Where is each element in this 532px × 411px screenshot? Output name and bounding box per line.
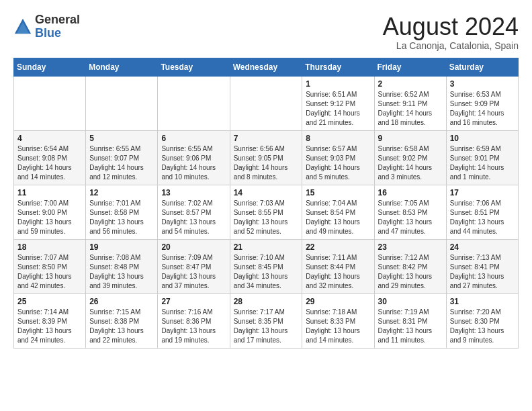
day-number: 5 xyxy=(89,134,154,143)
logo-icon xyxy=(13,17,32,36)
day-info: Sunrise: 7:17 AM Sunset: 8:35 PM Dayligh… xyxy=(234,308,299,345)
day-of-week-sunday: Sunday xyxy=(14,58,86,76)
calendar-cell: 11Sunrise: 7:00 AM Sunset: 9:00 PM Dayli… xyxy=(14,185,86,239)
location-subtitle: La Canonja, Catalonia, Spain xyxy=(383,40,519,51)
day-info: Sunrise: 6:51 AM Sunset: 9:12 PM Dayligh… xyxy=(306,90,370,128)
day-number: 10 xyxy=(450,134,515,143)
day-number: 6 xyxy=(161,134,226,143)
day-of-week-thursday: Thursday xyxy=(302,58,374,76)
day-number: 13 xyxy=(161,188,226,197)
day-number: 23 xyxy=(378,242,443,252)
day-number: 2 xyxy=(378,79,443,89)
day-info: Sunrise: 6:53 AM Sunset: 9:09 PM Dayligh… xyxy=(450,90,515,128)
day-number: 12 xyxy=(89,188,154,197)
day-number: 7 xyxy=(234,134,299,143)
day-info: Sunrise: 7:14 AM Sunset: 8:39 PM Dayligh… xyxy=(17,308,82,345)
calendar-cell: 3Sunrise: 6:53 AM Sunset: 9:09 PM Daylig… xyxy=(446,76,518,130)
calendar-week-1: 1Sunrise: 6:51 AM Sunset: 9:12 PM Daylig… xyxy=(14,76,519,130)
calendar-cell: 19Sunrise: 7:08 AM Sunset: 8:48 PM Dayli… xyxy=(86,239,158,293)
day-info: Sunrise: 7:12 AM Sunset: 8:42 PM Dayligh… xyxy=(378,253,443,291)
day-number: 19 xyxy=(89,242,154,252)
day-info: Sunrise: 7:09 AM Sunset: 8:47 PM Dayligh… xyxy=(161,253,226,291)
day-info: Sunrise: 7:04 AM Sunset: 8:54 PM Dayligh… xyxy=(306,199,370,236)
day-number: 20 xyxy=(161,242,226,252)
day-info: Sunrise: 6:52 AM Sunset: 9:11 PM Dayligh… xyxy=(378,90,443,128)
day-info: Sunrise: 6:55 AM Sunset: 9:06 PM Dayligh… xyxy=(161,144,226,182)
calendar-cell: 8Sunrise: 6:57 AM Sunset: 9:03 PM Daylig… xyxy=(302,130,374,185)
day-number: 15 xyxy=(306,188,370,197)
day-info: Sunrise: 7:06 AM Sunset: 8:51 PM Dayligh… xyxy=(450,199,515,236)
day-info: Sunrise: 6:54 AM Sunset: 9:08 PM Dayligh… xyxy=(17,144,82,182)
calendar-cell xyxy=(14,76,86,130)
day-info: Sunrise: 7:20 AM Sunset: 8:30 PM Dayligh… xyxy=(450,308,515,345)
calendar-cell: 30Sunrise: 7:19 AM Sunset: 8:31 PM Dayli… xyxy=(374,293,446,348)
day-number: 17 xyxy=(450,188,515,197)
calendar-week-3: 11Sunrise: 7:00 AM Sunset: 9:00 PM Dayli… xyxy=(14,185,519,239)
calendar-cell: 23Sunrise: 7:12 AM Sunset: 8:42 PM Dayli… xyxy=(374,239,446,293)
day-info: Sunrise: 6:56 AM Sunset: 9:05 PM Dayligh… xyxy=(234,144,299,182)
day-info: Sunrise: 7:10 AM Sunset: 8:45 PM Dayligh… xyxy=(234,253,299,291)
calendar-cell: 7Sunrise: 6:56 AM Sunset: 9:05 PM Daylig… xyxy=(230,130,302,185)
calendar-cell: 4Sunrise: 6:54 AM Sunset: 9:08 PM Daylig… xyxy=(14,130,86,185)
day-number: 31 xyxy=(450,297,515,306)
logo-blue: Blue xyxy=(35,27,80,40)
day-number: 9 xyxy=(378,134,443,143)
calendar-cell: 29Sunrise: 7:18 AM Sunset: 8:33 PM Dayli… xyxy=(302,293,374,348)
day-number: 3 xyxy=(450,79,515,89)
day-info: Sunrise: 6:59 AM Sunset: 9:01 PM Dayligh… xyxy=(450,144,515,182)
day-info: Sunrise: 6:58 AM Sunset: 9:02 PM Dayligh… xyxy=(378,144,443,182)
calendar-week-2: 4Sunrise: 6:54 AM Sunset: 9:08 PM Daylig… xyxy=(14,130,519,185)
calendar-cell: 26Sunrise: 7:15 AM Sunset: 8:38 PM Dayli… xyxy=(86,293,158,348)
calendar-cell: 15Sunrise: 7:04 AM Sunset: 8:54 PM Dayli… xyxy=(302,185,374,239)
calendar-cell: 6Sunrise: 6:55 AM Sunset: 9:06 PM Daylig… xyxy=(158,130,230,185)
calendar-cell: 5Sunrise: 6:55 AM Sunset: 9:07 PM Daylig… xyxy=(86,130,158,185)
calendar-cell: 10Sunrise: 6:59 AM Sunset: 9:01 PM Dayli… xyxy=(446,130,518,185)
calendar-cell: 12Sunrise: 7:01 AM Sunset: 8:58 PM Dayli… xyxy=(86,185,158,239)
calendar-cell: 18Sunrise: 7:07 AM Sunset: 8:50 PM Dayli… xyxy=(14,239,86,293)
calendar-cell: 25Sunrise: 7:14 AM Sunset: 8:39 PM Dayli… xyxy=(14,293,86,348)
day-info: Sunrise: 7:08 AM Sunset: 8:48 PM Dayligh… xyxy=(89,253,154,291)
day-info: Sunrise: 7:11 AM Sunset: 8:44 PM Dayligh… xyxy=(306,253,370,291)
day-number: 27 xyxy=(161,297,226,306)
calendar-cell xyxy=(86,76,158,130)
calendar-cell xyxy=(230,76,302,130)
calendar-cell: 14Sunrise: 7:03 AM Sunset: 8:55 PM Dayli… xyxy=(230,185,302,239)
calendar-cell: 13Sunrise: 7:02 AM Sunset: 8:57 PM Dayli… xyxy=(158,185,230,239)
day-number: 11 xyxy=(17,188,82,197)
day-number: 18 xyxy=(17,242,82,252)
title-area: August 2024 La Canonja, Catalonia, Spain xyxy=(383,13,519,51)
day-info: Sunrise: 7:15 AM Sunset: 8:38 PM Dayligh… xyxy=(89,308,154,345)
calendar-header-row: SundayMondayTuesdayWednesdayThursdayFrid… xyxy=(14,58,519,76)
day-info: Sunrise: 7:01 AM Sunset: 8:58 PM Dayligh… xyxy=(89,199,154,236)
day-info: Sunrise: 7:18 AM Sunset: 8:33 PM Dayligh… xyxy=(306,308,370,345)
day-info: Sunrise: 7:03 AM Sunset: 8:55 PM Dayligh… xyxy=(234,199,299,236)
calendar-cell: 22Sunrise: 7:11 AM Sunset: 8:44 PM Dayli… xyxy=(302,239,374,293)
day-number: 30 xyxy=(378,297,443,306)
day-of-week-friday: Friday xyxy=(374,58,446,76)
day-number: 16 xyxy=(378,188,443,197)
calendar-table: SundayMondayTuesdayWednesdayThursdayFrid… xyxy=(13,58,519,349)
day-number: 24 xyxy=(450,242,515,252)
calendar-cell: 20Sunrise: 7:09 AM Sunset: 8:47 PM Dayli… xyxy=(158,239,230,293)
day-number: 21 xyxy=(234,242,299,252)
day-number: 26 xyxy=(89,297,154,306)
calendar-cell: 24Sunrise: 7:13 AM Sunset: 8:41 PM Dayli… xyxy=(446,239,518,293)
day-info: Sunrise: 7:02 AM Sunset: 8:57 PM Dayligh… xyxy=(161,199,226,236)
day-info: Sunrise: 7:07 AM Sunset: 8:50 PM Dayligh… xyxy=(17,253,82,291)
day-of-week-monday: Monday xyxy=(86,58,158,76)
day-of-week-wednesday: Wednesday xyxy=(230,58,302,76)
day-info: Sunrise: 7:00 AM Sunset: 9:00 PM Dayligh… xyxy=(17,199,82,236)
day-info: Sunrise: 6:55 AM Sunset: 9:07 PM Dayligh… xyxy=(89,144,154,182)
day-number: 29 xyxy=(306,297,370,306)
page-header: General Blue August 2024 La Canonja, Cat… xyxy=(13,13,519,51)
calendar-week-4: 18Sunrise: 7:07 AM Sunset: 8:50 PM Dayli… xyxy=(14,239,519,293)
logo-general: General xyxy=(35,13,80,27)
calendar-cell: 31Sunrise: 7:20 AM Sunset: 8:30 PM Dayli… xyxy=(446,293,518,348)
calendar-week-5: 25Sunrise: 7:14 AM Sunset: 8:39 PM Dayli… xyxy=(14,293,519,348)
day-number: 28 xyxy=(234,297,299,306)
month-title: August 2024 xyxy=(383,13,519,40)
day-info: Sunrise: 7:16 AM Sunset: 8:36 PM Dayligh… xyxy=(161,308,226,345)
day-info: Sunrise: 7:05 AM Sunset: 8:53 PM Dayligh… xyxy=(378,199,443,236)
calendar-cell: 16Sunrise: 7:05 AM Sunset: 8:53 PM Dayli… xyxy=(374,185,446,239)
day-of-week-saturday: Saturday xyxy=(446,58,518,76)
